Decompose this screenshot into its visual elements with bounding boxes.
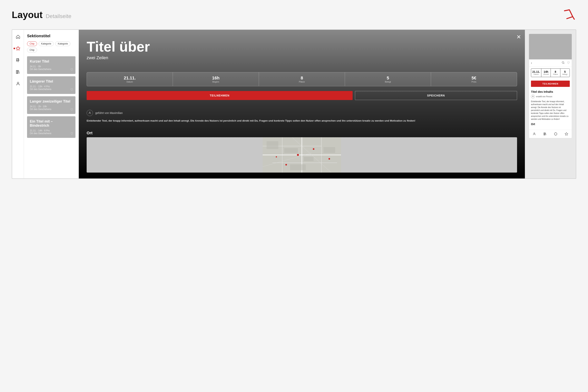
mobile-nav-library-icon[interactable]	[540, 132, 551, 136]
info-card: 21.11. Datum 16h Beginn 8 Plätze 5 Beleg…	[87, 72, 517, 86]
mobile-nav-explore-icon[interactable]	[550, 132, 561, 136]
chip-1[interactable]: Kategorie	[39, 42, 54, 46]
mobile-join-button[interactable]: TEILNEHMEN	[531, 80, 570, 87]
svg-rect-21	[323, 147, 335, 153]
svg-rect-18	[267, 141, 278, 149]
page-title: Layout	[12, 10, 42, 20]
detail-overlay: ✕ Titel über zwei Zeilen 21.11. Datum 16…	[79, 30, 525, 178]
mobile-content-title: Titel des Inhalts	[531, 90, 570, 93]
mobile-guide-row: erstellt von Person	[531, 94, 570, 98]
list-panel: Sektionstitel Chip Kategorie Kategorie C…	[24, 30, 79, 178]
close-button[interactable]: ✕	[517, 34, 521, 40]
page-subtitle: Detailseite	[46, 13, 71, 20]
svg-point-26	[329, 158, 330, 160]
svg-marker-0	[16, 46, 20, 50]
svg-point-27	[276, 156, 277, 158]
action-buttons: TEILNEHMEN SPEICHERN	[87, 91, 517, 100]
layout-frame: Sektionstitel Chip Kategorie Kategorie C…	[12, 30, 576, 179]
map-placeholder	[87, 137, 517, 172]
list-item-title-1: Längerer Titel	[30, 80, 73, 84]
svg-rect-6	[17, 70, 18, 74]
list-item-title-3: Ein Titel mit – Bindestrich	[30, 120, 73, 128]
mobile-header-image	[529, 34, 572, 60]
list-item-1[interactable]: Längerer Titel 21.11. · 13h · 4 Prs Ort …	[27, 76, 75, 94]
list-item-2[interactable]: Langer zweizeiliger Titel 24.11. · 2h · …	[27, 96, 75, 114]
list-item-meta-0: 24.11. · 0h Ort des Geschehens	[30, 65, 73, 70]
guide-label: geführt von Maximilian	[95, 112, 123, 114]
mobile-info-card: 21.11. Datum 14h Uhrzeit 8 Plätze 5 Bele…	[531, 68, 570, 77]
chip-3[interactable]: Chip	[27, 48, 37, 52]
list-item-3[interactable]: Ein Titel mit – Bindestrich 21.11. · 14h…	[27, 116, 75, 138]
list-item-title-2: Langer zweizeiliger Titel	[30, 100, 73, 104]
nav-flag-icon[interactable]	[15, 57, 21, 63]
mobile-guide-icon	[531, 94, 535, 98]
info-belegt: 5 Belegt	[345, 72, 431, 86]
svg-point-24	[313, 148, 314, 150]
chip-2[interactable]: Kategorie	[55, 42, 70, 46]
mobile-content: Titel des Inhalts erstellt von Person Ei…	[529, 88, 572, 128]
map-section: Ort	[79, 131, 525, 178]
svg-rect-33	[545, 133, 545, 135]
svg-point-30	[533, 96, 533, 96]
info-preis: 5€ Preis	[431, 72, 517, 86]
svg-rect-22	[290, 164, 306, 170]
detail-description: Einleitender Text, der knapp informiert,…	[87, 119, 517, 123]
heart-icon-2[interactable]: ♡	[70, 108, 73, 112]
mobile-bottom-nav	[529, 130, 572, 138]
list-item-meta-2: 24.11. · 2h · 10h Ort des Geschehens	[30, 105, 73, 110]
mobile-description: Einleitender Text, der knapp informiert,…	[531, 100, 570, 120]
svg-rect-19	[284, 148, 298, 153]
guide-avatar-icon	[87, 110, 93, 116]
guide-row: geführt von Maximilian	[87, 110, 517, 116]
svg-rect-5	[16, 70, 17, 74]
mobile-search-icon[interactable]	[562, 61, 565, 65]
mobile-ort-label: Ort	[531, 122, 570, 126]
nav-star-icon[interactable]	[15, 46, 21, 52]
svg-point-25	[285, 164, 287, 166]
save-button[interactable]: SPEICHERN	[355, 91, 517, 100]
svg-rect-32	[544, 133, 544, 135]
mobile-top-bar: ‹ ♡	[529, 60, 572, 66]
info-datum: 21.11. Datum	[87, 72, 173, 86]
sidebar-nav	[12, 30, 24, 178]
nav-library-icon[interactable]	[15, 69, 21, 75]
nav-person-icon[interactable]	[15, 81, 21, 87]
detail-content: geführt von Maximilian Einleitender Text…	[79, 106, 525, 131]
title-group: Layout Detailseite	[12, 10, 71, 20]
info-plaetze: 8 Plätze	[259, 72, 345, 86]
mobile-info-plaetze: 8 Plätze	[551, 69, 560, 77]
heart-icon-3[interactable]: ♡	[70, 132, 73, 136]
detail-title: Titel über	[87, 40, 517, 54]
page-header: Layout Detailseite	[12, 8, 576, 22]
info-beginn: 16h Beginn	[173, 72, 259, 86]
list-item-title-0: Kurzer Titel	[30, 60, 73, 64]
mobile-nav-star-icon[interactable]	[561, 132, 572, 136]
nav-home-icon[interactable]	[15, 34, 21, 40]
mobile-guide-label: erstellt von Person	[536, 96, 552, 98]
heart-icon-1[interactable]: ♡	[70, 88, 73, 92]
mobile-info-uhrzeit: 14h Uhrzeit	[541, 69, 551, 77]
chip-0[interactable]: Chip	[27, 42, 37, 46]
svg-marker-39	[565, 132, 568, 135]
chips-row: Chip Kategorie Kategorie Chip	[27, 42, 75, 52]
detail-hero: Titel über zwei Zeilen	[79, 30, 525, 72]
svg-point-23	[297, 154, 299, 156]
mobile-panel: ‹ ♡ 21.11. Datum 14h	[529, 34, 572, 138]
mobile-nav-person-icon[interactable]	[529, 132, 540, 136]
section-title: Sektionstitel	[27, 34, 75, 38]
map-label: Ort	[87, 131, 517, 135]
list-item-0[interactable]: Kurzer Titel 24.11. · 0h Ort des Gescheh…	[27, 56, 75, 74]
mobile-info-datum: 21.11. Datum	[531, 69, 541, 77]
mobile-info-belegt: 5 Belegt	[560, 69, 570, 77]
svg-point-8	[89, 112, 90, 113]
mobile-back-icon[interactable]: ‹	[531, 61, 532, 65]
heart-icon-0[interactable]: ♡	[70, 68, 73, 72]
list-item-meta-3: 21.11. · 14h · 8 Prs Ort des Geschehens	[30, 129, 73, 135]
logo	[563, 8, 576, 22]
svg-point-31	[534, 133, 535, 134]
svg-point-28	[562, 62, 564, 63]
mobile-heart-icon[interactable]: ♡	[567, 61, 570, 65]
join-button[interactable]: TEILNEHMEN	[87, 91, 353, 100]
detail-subtitle: zwei Zeilen	[87, 55, 517, 60]
svg-point-7	[17, 82, 19, 84]
